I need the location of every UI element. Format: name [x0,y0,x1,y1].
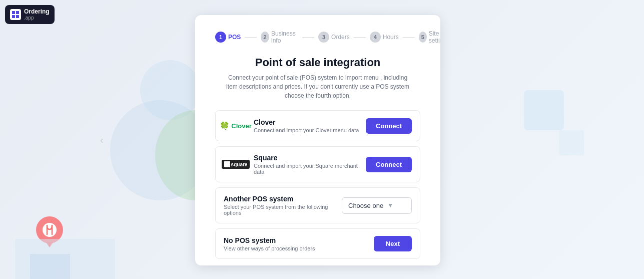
clover-logo-text: 🍀 Clover [220,121,251,131]
step-2-label: Business info [271,30,298,44]
square-logo: square [224,156,248,172]
logo-svg [12,11,19,18]
svg-rect-8 [12,15,15,18]
step-1: 1 POS [215,32,241,43]
no-pos-option: No POS system View other ways of process… [215,228,420,259]
step-1-label: POS [228,34,241,41]
another-pos-desc: Select your POS system from the followin… [224,204,342,216]
dropdown-placeholder: Choose one [348,202,383,209]
step-4-label: Hours [383,34,399,41]
step-3-label: Orders [331,34,350,41]
clover-desc: Connect and import your Clover menu data [254,127,359,133]
side-chevron-icon[interactable]: ‹ [100,134,104,145]
svg-rect-9 [16,15,19,18]
step-3: 3 Orders [318,32,350,43]
step-5-label: Site settings [429,30,440,44]
svg-rect-7 [16,11,19,14]
page-subtitle: Connect your point of sale (POS) system … [223,73,413,100]
no-pos-text: No POS system View other ways of process… [224,236,315,251]
step-4-circle: 4 [370,32,381,43]
clover-option: 🍀 Clover Clover Connect and import your … [215,110,420,141]
square-logo-icon: square [222,160,250,169]
clover-text: Clover Connect and import your Clover me… [254,118,359,133]
square-name: Square [254,154,366,162]
page-title: Point of sale integration [215,56,420,69]
square-connect-button[interactable]: Connect [366,157,412,172]
step-1-circle: 1 [215,32,226,43]
step-divider-4: —— [403,34,415,41]
logo-box: Ordering .app [5,5,55,24]
clover-logo: 🍀 Clover [224,118,248,134]
clover-connect-button[interactable]: Connect [366,118,412,134]
logo-text: Ordering .app [24,8,50,21]
logo-bar: Ordering .app [5,5,55,24]
step-5-circle: 5 [419,32,427,43]
main-card: 1 POS —— 2 Business info —— 3 Orders —— … [195,15,440,265]
square-text: Square Connect and import your Square me… [254,154,366,175]
dropdown-arrow-icon: ▼ [387,202,393,209]
clover-info: 🍀 Clover Clover Connect and import your … [224,118,359,134]
step-divider-3: —— [354,34,366,41]
step-divider-1: —— [245,34,257,41]
building-window [30,254,70,279]
step-2-circle: 2 [261,32,269,43]
another-pos-option: Another POS system Select your POS syste… [215,187,420,223]
clover-name: Clover [254,118,359,126]
step-3-circle: 3 [318,32,329,43]
another-pos-text: Another POS system Select your POS syste… [224,195,342,216]
page-title-section: Point of sale integration Connect your p… [215,56,420,100]
logo-icon [10,9,21,20]
step-divider-2: —— [302,34,314,41]
next-button[interactable]: Next [374,236,412,251]
another-pos-dropdown[interactable]: Choose one ▼ [342,197,412,214]
square-info: square Square Connect and import your Sq… [224,154,366,175]
another-pos-name: Another POS system [224,195,342,203]
step-4: 4 Hours [370,32,399,43]
logo-app: .app [24,15,50,21]
square-sq-icon [224,161,230,167]
step-2: 2 Business info [261,30,298,44]
pos-options-list: 🍀 Clover Clover Connect and import your … [215,110,420,259]
stepper: 1 POS —— 2 Business info —— 3 Orders —— … [215,30,420,44]
square-option: square Square Connect and import your Sq… [215,146,420,182]
step-5: 5 Site settings [419,30,440,44]
square-desc: Connect and import your Square merchant … [254,163,366,175]
svg-rect-6 [12,11,15,14]
logo-ordering: Ordering [24,8,50,15]
bg-rect-right2 [559,130,584,155]
square-logo-label: square [231,162,248,167]
bg-rect-right [524,90,564,130]
no-pos-desc: View other ways of processing orders [224,245,315,251]
no-pos-name: No POS system [224,236,315,244]
clover-leaf-icon: 🍀 [220,121,230,131]
